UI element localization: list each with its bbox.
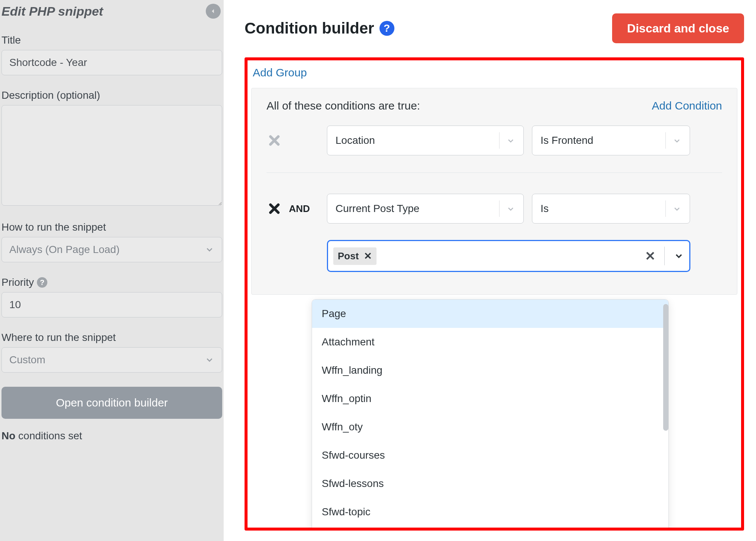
page-title: Condition builder ? [245,19,394,37]
condition-row: Location Is Frontend [267,126,722,173]
sidebar-title: Edit PHP snippet [1,4,103,19]
dropdown-option[interactable]: Page [312,300,668,328]
add-group-link[interactable]: Add Group [248,66,741,79]
remove-condition-icon[interactable] [267,201,282,216]
remove-tag-icon[interactable]: ✕ [364,250,372,262]
where-select[interactable]: Custom [1,347,222,373]
condition-subject-select[interactable]: Location [327,126,524,155]
selected-tag[interactable]: Post ✕ [333,247,377,265]
chevron-down-icon[interactable] [674,251,684,261]
sidebar: Edit PHP snippet Title Description (opti… [0,0,224,541]
help-icon[interactable]: ? [379,21,394,36]
description-input[interactable] [1,105,222,206]
condition-builder-panel: Add Group All of these conditions are tr… [245,57,744,531]
post-type-dropdown: Page Attachment Wffn_landing Wffn_optin … [312,299,669,531]
no-conditions-text: No conditions set [1,430,221,442]
scrollbar[interactable] [663,304,668,431]
chevron-down-icon [205,245,214,254]
description-label: Description (optional) [1,89,221,101]
dropdown-option[interactable]: Attachment [312,328,668,356]
dropdown-option[interactable]: Sfwd-courses [312,441,668,469]
condition-value-multiselect[interactable]: Post ✕ ✕ [327,240,690,272]
help-icon[interactable]: ? [37,277,47,288]
dropdown-option[interactable]: Wffn_oty [312,413,668,441]
main: Condition builder ? Discard and close Ad… [224,0,756,541]
how-to-run-label: How to run the snippet [1,221,221,233]
condition-group: All of these conditions are true: Add Co… [251,88,737,295]
dropdown-option[interactable]: Sfwd-topic [312,498,668,526]
chevron-down-icon [672,136,681,145]
chevron-down-icon [506,204,515,213]
open-condition-builder-button[interactable]: Open condition builder [1,387,222,419]
add-condition-link[interactable]: Add Condition [652,99,722,112]
remove-condition-icon[interactable] [267,133,282,148]
chevron-down-icon [672,204,681,213]
title-label: Title [1,34,221,46]
dropdown-option[interactable]: Wffn_optin [312,385,668,413]
dropdown-option[interactable]: Wffn_landing [312,356,668,385]
collapse-sidebar-icon[interactable] [206,4,221,19]
group-label: All of these conditions are true: [267,99,420,112]
priority-label: Priority ? [1,276,221,288]
condition-comparator-select[interactable]: Is Frontend [532,126,690,155]
title-input[interactable] [1,50,222,75]
condition-comparator-select[interactable]: Is [532,194,690,224]
how-to-run-value: Always (On Page Load) [9,244,120,256]
dropdown-option[interactable]: Sfwd-lessons [312,469,668,498]
where-value: Custom [9,354,45,366]
chevron-down-icon [205,355,214,365]
how-to-run-select[interactable]: Always (On Page Load) [1,237,222,262]
where-label: Where to run the snippet [1,332,221,344]
and-operator-label: AND [289,203,310,215]
chevron-down-icon [506,136,515,145]
condition-row: AND Current Post Type Is [267,194,722,224]
clear-all-icon[interactable]: ✕ [645,249,655,263]
dropdown-option[interactable]: Sfwd-quiz [312,526,668,531]
condition-subject-select[interactable]: Current Post Type [327,194,524,224]
discard-close-button[interactable]: Discard and close [612,13,744,43]
priority-input[interactable] [1,292,222,317]
